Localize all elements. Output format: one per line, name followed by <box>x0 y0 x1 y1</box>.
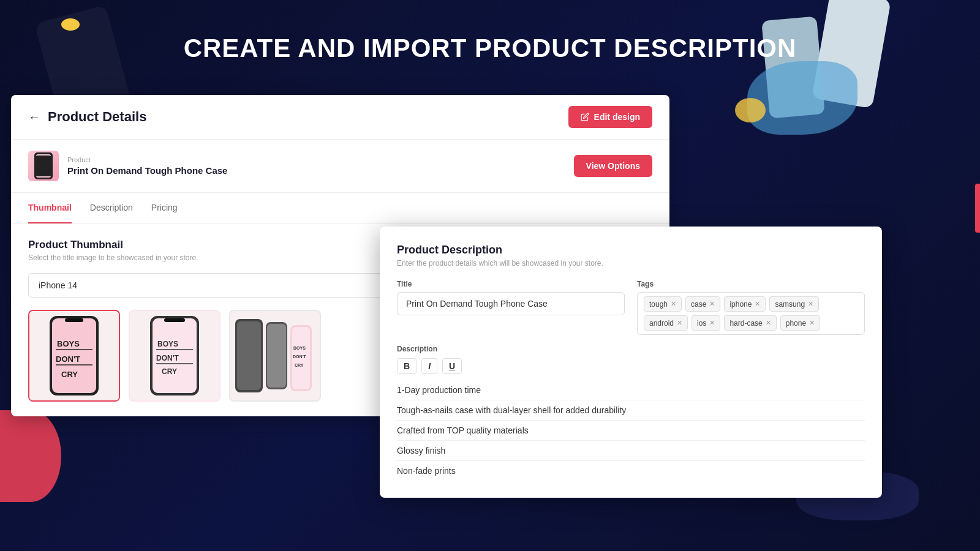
tag-chip: samsung✕ <box>769 296 819 312</box>
product-description-panel: Product Description Enter the product de… <box>380 227 882 498</box>
card-header-left: ← Product Details <box>28 109 146 125</box>
phone-case-svg-2: BOYS DON'T CRY <box>141 313 208 399</box>
description-list: 1-Day production timeTough-as-nails case… <box>397 380 865 481</box>
description-list-item: Non-fade prints <box>397 461 865 481</box>
description-list-item: Tough-as-nails case with dual-layer shel… <box>397 400 865 421</box>
title-input[interactable] <box>397 292 625 315</box>
product-thumbnail-small: BOYS DON'T CRY <box>28 151 59 181</box>
svg-text:BOYS: BOYS <box>157 340 178 348</box>
edit-design-label: Edit design <box>594 112 640 122</box>
svg-text:CRY: CRY <box>295 363 304 367</box>
phone-case-img-1: BOYS DON'T CRY <box>29 311 119 400</box>
tag-remove-icon[interactable]: ✕ <box>671 300 676 308</box>
edit-design-button[interactable]: Edit design <box>568 106 652 128</box>
tag-remove-icon[interactable]: ✕ <box>709 319 715 327</box>
svg-text:DON'T: DON'T <box>56 354 80 364</box>
svg-text:BOYS: BOYS <box>57 339 80 348</box>
tag-remove-icon[interactable]: ✕ <box>808 300 813 308</box>
desc-panel-title: Product Description <box>397 244 865 257</box>
tag-label: tough <box>649 300 668 309</box>
tag-label: hard-case <box>729 319 762 328</box>
svg-rect-12 <box>65 318 83 322</box>
svg-text:BOYS: BOYS <box>293 346 306 350</box>
tab-description[interactable]: Description <box>90 193 133 223</box>
description-section: Description B I U 1-Day production timeT… <box>397 345 865 481</box>
svg-text:BOYS: BOYS <box>39 160 51 164</box>
tags-label: Tags <box>637 280 865 288</box>
page-title: CREATE AND IMPORT PRODUCT DESCRIPTION <box>0 34 980 63</box>
phone-case-img-3: BOYS DON'T CRY <box>230 311 320 400</box>
svg-text:DON'T: DON'T <box>156 354 179 362</box>
tag-label: android <box>649 319 674 328</box>
tag-label: samsung <box>775 300 805 309</box>
bg-blob-blue <box>747 61 858 135</box>
product-info-left: BOYS DON'T CRY Product Print On Demand T… <box>28 151 227 181</box>
tag-label: phone <box>786 319 806 328</box>
phone-case-svg-1: BOYS DON'T CRY <box>40 313 108 399</box>
underline-button[interactable]: U <box>442 358 462 374</box>
tag-remove-icon[interactable]: ✕ <box>677 319 682 327</box>
tag-chip: case✕ <box>685 296 720 312</box>
description-list-item: Glossy finish <box>397 441 865 461</box>
bold-button[interactable]: B <box>397 358 417 374</box>
edit-icon <box>581 113 589 121</box>
svg-rect-0 <box>34 152 53 179</box>
view-options-button[interactable]: View Options <box>574 155 652 177</box>
back-arrow-icon[interactable]: ← <box>28 110 40 124</box>
svg-rect-24 <box>267 324 286 388</box>
product-label: Product <box>67 156 227 163</box>
svg-text:CRY: CRY <box>162 367 177 376</box>
tag-label: iphone <box>729 300 752 309</box>
svg-text:DON'T: DON'T <box>293 354 306 359</box>
title-field: Title <box>397 280 625 335</box>
page-title-bar: CREATE AND IMPORT PRODUCT DESCRIPTION <box>0 34 980 63</box>
italic-button[interactable]: I <box>421 358 437 374</box>
title-label: Title <box>397 280 625 288</box>
svg-rect-22 <box>237 321 261 390</box>
product-info-row: BOYS DON'T CRY Product Print On Demand T… <box>11 140 669 193</box>
tabs-bar: Thumbnail Description Pricing <box>11 193 669 224</box>
tag-chip: iphone✕ <box>724 296 766 312</box>
tags-field: Tags tough✕case✕iphone✕samsung✕android✕i… <box>637 280 865 335</box>
tag-remove-icon[interactable]: ✕ <box>755 300 760 308</box>
svg-text:CRY: CRY <box>40 171 49 175</box>
card-title: Product Details <box>48 109 146 125</box>
product-name: Print On Demand Tough Phone Case <box>67 165 227 176</box>
desc-form-row: Title Tags tough✕case✕iphone✕samsung✕and… <box>397 280 865 335</box>
svg-rect-1 <box>36 154 51 178</box>
bg-blob-dark2 <box>0 410 61 502</box>
tag-remove-icon[interactable]: ✕ <box>709 300 715 308</box>
tag-chip: android✕ <box>644 315 688 331</box>
tag-chip: ios✕ <box>692 315 720 331</box>
right-accent <box>975 184 980 233</box>
svg-text:CRY: CRY <box>61 370 78 379</box>
bg-blob-yellow <box>61 18 80 31</box>
svg-rect-20 <box>164 318 185 322</box>
description-list-item: Crafted from TOP quality materials <box>397 421 865 441</box>
phone-case-img-2: BOYS DON'T CRY <box>130 311 219 400</box>
svg-text:DON'T: DON'T <box>38 165 51 170</box>
thumbnail-image-1[interactable]: BOYS DON'T CRY <box>28 310 120 402</box>
tag-remove-icon[interactable]: ✕ <box>809 319 815 327</box>
tab-thumbnail[interactable]: Thumbnail <box>28 193 72 223</box>
thumbnail-image-2[interactable]: BOYS DON'T CRY <box>129 310 221 402</box>
product-thumb-icon: BOYS DON'T CRY <box>31 151 56 181</box>
tag-chip: tough✕ <box>644 296 682 312</box>
tag-remove-icon[interactable]: ✕ <box>766 319 771 327</box>
tab-pricing[interactable]: Pricing <box>151 193 178 223</box>
tag-chip: hard-case✕ <box>724 315 776 331</box>
tag-chip: phone✕ <box>780 315 820 331</box>
phone-case-svg-3: BOYS DON'T CRY <box>232 313 318 399</box>
editor-toolbar: B I U <box>397 358 865 374</box>
thumbnail-image-3[interactable]: BOYS DON'T CRY <box>229 310 321 402</box>
bg-blob-yellow2 <box>735 98 766 122</box>
product-info-text: Product Print On Demand Tough Phone Case <box>67 156 227 176</box>
desc-panel-subtitle: Enter the product details which will be … <box>397 259 865 268</box>
tag-label: case <box>691 300 706 309</box>
description-list-item: 1-Day production time <box>397 380 865 400</box>
description-label: Description <box>397 345 865 353</box>
tag-label: ios <box>697 319 706 328</box>
card-header: ← Product Details Edit design <box>11 95 669 140</box>
tags-container[interactable]: tough✕case✕iphone✕samsung✕android✕ios✕ha… <box>637 292 865 335</box>
